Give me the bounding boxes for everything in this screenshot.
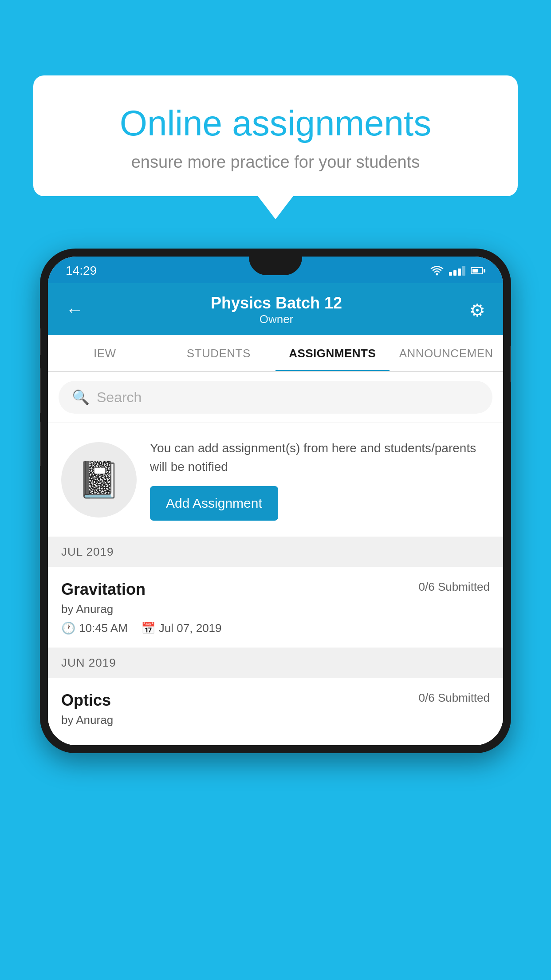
phone-screen: 14:29 <box>48 257 503 745</box>
assignment-by-gravitation: by Anurag <box>61 602 490 616</box>
assignment-item-gravitation[interactable]: Gravitation 0/6 Submitted by Anurag 🕐 10… <box>48 567 503 648</box>
promo-icon-circle: 📓 <box>61 442 137 518</box>
status-icons <box>430 266 485 276</box>
speech-bubble-container: Online assignments ensure more practice … <box>33 75 518 196</box>
section-header-jul: JUL 2019 <box>48 537 503 567</box>
back-button[interactable]: ← <box>66 300 83 320</box>
search-bar: 🔍 Search <box>48 372 503 423</box>
assignment-time-gravitation: 🕐 10:45 AM <box>61 621 128 635</box>
promo-section: 📓 You can add assignment(s) from here an… <box>48 423 503 537</box>
status-time: 14:29 <box>66 264 97 278</box>
notebook-icon: 📓 <box>77 459 121 501</box>
silent-button <box>40 422 41 466</box>
phone-body: 14:29 <box>40 249 511 753</box>
power-button <box>510 346 511 382</box>
assignment-submitted-optics: 0/6 Submitted <box>419 691 490 705</box>
bubble-title: Online assignments <box>64 102 487 145</box>
assignment-top-row-optics: Optics 0/6 Submitted <box>61 691 490 710</box>
search-input-container[interactable]: 🔍 Search <box>59 381 492 414</box>
header-center: Physics Batch 12 Owner <box>211 294 342 326</box>
wifi-icon <box>430 266 444 276</box>
assignment-top-row: Gravitation 0/6 Submitted <box>61 580 490 599</box>
volume-down-button <box>40 368 41 413</box>
app-header: ← Physics Batch 12 Owner ⚙ <box>48 283 503 335</box>
bubble-subtitle: ensure more practice for your students <box>64 153 487 172</box>
tabs-bar: IEW STUDENTS ASSIGNMENTS ANNOUNCEMEN <box>48 335 503 372</box>
assignment-name-gravitation: Gravitation <box>61 580 146 599</box>
speech-bubble: Online assignments ensure more practice … <box>33 75 518 196</box>
owner-label: Owner <box>211 312 342 326</box>
search-placeholder: Search <box>97 389 142 406</box>
calendar-icon: 📅 <box>141 621 155 635</box>
tab-assignments[interactable]: ASSIGNMENTS <box>276 335 390 372</box>
assignment-item-optics[interactable]: Optics 0/6 Submitted by Anurag <box>48 678 503 745</box>
signal-icon <box>449 266 465 276</box>
battery-icon <box>471 267 485 274</box>
batch-title: Physics Batch 12 <box>211 294 342 312</box>
assignment-submitted-gravitation: 0/6 Submitted <box>419 580 490 594</box>
volume-up-button <box>40 328 41 355</box>
date-value-gravitation: Jul 07, 2019 <box>159 621 222 635</box>
time-value-gravitation: 10:45 AM <box>79 621 128 635</box>
section-header-jun: JUN 2019 <box>48 648 503 678</box>
promo-text: You can add assignment(s) from here and … <box>150 439 490 476</box>
promo-content: You can add assignment(s) from here and … <box>150 439 490 521</box>
assignment-meta-gravitation: 🕐 10:45 AM 📅 Jul 07, 2019 <box>61 621 490 635</box>
tab-students[interactable]: STUDENTS <box>162 335 276 371</box>
settings-icon[interactable]: ⚙ <box>469 300 485 320</box>
add-assignment-button[interactable]: Add Assignment <box>150 486 278 521</box>
tab-iew[interactable]: IEW <box>48 335 162 371</box>
svg-point-0 <box>436 273 438 276</box>
assignment-by-optics: by Anurag <box>61 713 490 727</box>
assignment-date-gravitation: 📅 Jul 07, 2019 <box>141 621 222 635</box>
search-icon: 🔍 <box>72 389 90 406</box>
phone-mockup: 14:29 <box>40 249 511 753</box>
assignment-name-optics: Optics <box>61 691 111 710</box>
clock-icon: 🕐 <box>61 621 75 635</box>
tab-announcements[interactable]: ANNOUNCEMEN <box>390 335 504 371</box>
